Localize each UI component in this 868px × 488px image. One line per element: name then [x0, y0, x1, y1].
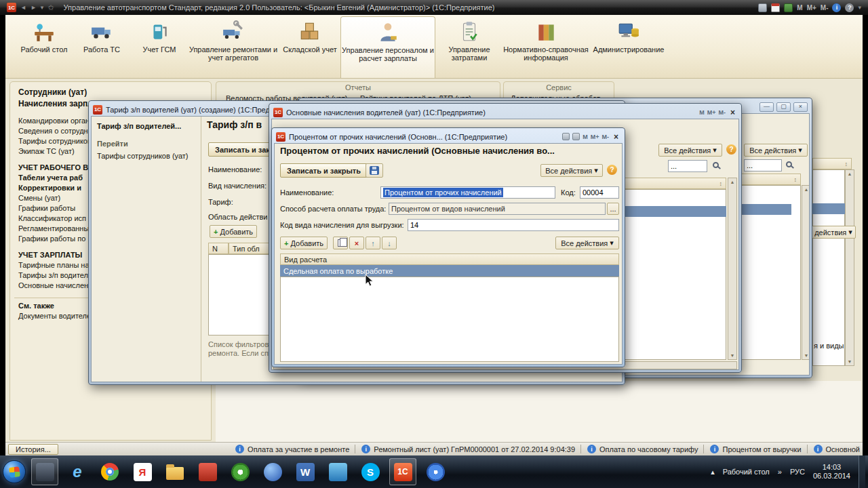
- start-button[interactable]: [3, 460, 26, 483]
- desktop-toolbar-label[interactable]: Рабочий стол: [723, 468, 770, 476]
- taskbar-icon-red-app[interactable]: [194, 458, 221, 485]
- window-osn-titlebar[interactable]: 1С Основные начисления водителей (уат) (…: [271, 106, 739, 119]
- scroll-down-icon[interactable]: ▼: [804, 353, 809, 358]
- help-icon[interactable]: ?: [726, 144, 736, 155]
- sort-icon[interactable]: ↕: [794, 176, 797, 183]
- taskbar-icon-internet-explorer[interactable]: e: [64, 458, 91, 485]
- taskbar-icon-green-flower[interactable]: [226, 458, 254, 485]
- search-icon[interactable]: [713, 162, 719, 168]
- taskbar-icon-monitor[interactable]: [324, 458, 351, 485]
- navpane-link-tarify[interactable]: Тарифы сотрудников (уат): [97, 152, 189, 160]
- delete-button[interactable]: ×: [349, 237, 364, 249]
- move-up-button[interactable]: ↑: [366, 237, 380, 249]
- tray-clock[interactable]: 14:03 06.03.2014: [813, 463, 850, 481]
- scroll-down-icon[interactable]: ▼: [730, 353, 735, 358]
- close-button[interactable]: ×: [612, 132, 620, 142]
- name-input[interactable]: Процентом от прочих начислений: [380, 186, 555, 199]
- memory-m-minus-button[interactable]: M-: [821, 4, 829, 12]
- calculator-icon[interactable]: [758, 3, 767, 12]
- status-message[interactable]: iПроцентом от выручки: [703, 445, 801, 453]
- memory-m-plus-button[interactable]: M+: [707, 109, 716, 116]
- window-icon[interactable]: [572, 133, 580, 140]
- osn-search-input[interactable]: ...: [668, 160, 707, 172]
- close-button[interactable]: ×: [728, 108, 737, 117]
- maximize-button[interactable]: ▢: [776, 102, 791, 112]
- memory-m-minus-button[interactable]: M-: [601, 134, 609, 140]
- memory-m-button[interactable]: M: [699, 109, 705, 116]
- nav-back-icon[interactable]: ◄: [20, 4, 26, 11]
- memory-m-button[interactable]: M: [797, 4, 802, 12]
- help-icon[interactable]: ?: [607, 165, 617, 175]
- save-close-button[interactable]: Записать и закрыть: [280, 163, 368, 178]
- export-code-input[interactable]: 14: [408, 219, 619, 231]
- sort-icon[interactable]: ↕: [845, 161, 848, 167]
- memory-m-button[interactable]: M: [583, 134, 588, 140]
- scroll-up-icon[interactable]: ▲: [730, 180, 735, 184]
- nav-history-dropdown-icon[interactable]: ▾: [41, 4, 44, 11]
- memory-m-minus-button[interactable]: M-: [718, 109, 726, 116]
- status-message[interactable]: iОсновной: [807, 445, 860, 453]
- favorites-star-icon[interactable]: ✩: [47, 3, 54, 12]
- status-message[interactable]: iОплата за участие в ремонте: [229, 445, 349, 453]
- bg-selected-row[interactable]: [812, 203, 845, 214]
- close-button[interactable]: ×: [793, 102, 808, 112]
- taskbar-icon-app-window[interactable]: [31, 458, 58, 485]
- taskbar-icon-chrome[interactable]: [96, 458, 123, 485]
- show-desktop-button[interactable]: [859, 455, 865, 488]
- table-all-actions-button[interactable]: Все действия▾: [555, 237, 619, 249]
- language-indicator[interactable]: РУС: [790, 468, 805, 476]
- minimize-button[interactable]: —: [760, 102, 774, 112]
- osn-vscrollbar[interactable]: ▲▼: [728, 178, 737, 360]
- nav-forward-icon[interactable]: ►: [31, 4, 37, 11]
- method-ellipsis-button[interactable]: ...: [607, 203, 619, 215]
- bg-vscrollbar[interactable]: ▲▼: [845, 169, 854, 366]
- sort-icon[interactable]: ↕: [719, 180, 723, 187]
- table-header-n[interactable]: N: [208, 243, 229, 254]
- navpane-root-item[interactable]: Тариф з/п водителей...: [97, 122, 181, 130]
- method-input[interactable]: Процентом от видов начислений: [389, 203, 606, 215]
- add-button[interactable]: +Добавить: [210, 225, 257, 238]
- taskbar-icon-1c[interactable]: 1С: [389, 458, 416, 485]
- taskbar-icon-folder[interactable]: [161, 458, 189, 485]
- taskbar-icon-blue-orb[interactable]: [259, 458, 286, 485]
- info-icon[interactable]: i: [832, 3, 841, 12]
- sidebar-item-sotrudniki[interactable]: Сотрудники (уат): [14, 87, 211, 98]
- ribbon-section-desktop[interactable]: Рабочий стол: [18, 20, 71, 54]
- ribbon-section-costs[interactable]: Управление затратами: [438, 20, 500, 62]
- window-icon[interactable]: [562, 133, 570, 140]
- ribbon-section-repairs[interactable]: Управление ремонтами и учет агрегатов: [189, 20, 278, 62]
- help-icon[interactable]: ?: [845, 3, 854, 12]
- ribbon-section-admin[interactable]: Администрирование: [591, 20, 666, 54]
- book-icon[interactable]: [784, 3, 793, 12]
- titlebar-more-icon[interactable]: ▾: [858, 4, 861, 11]
- calc-type-selected-row[interactable]: Сдельная оплата по выработке: [280, 265, 619, 277]
- ribbon-section-hr[interactable]: Управление персоналом и расчет зарплаты: [340, 16, 435, 78]
- save-button[interactable]: [366, 163, 383, 178]
- history-button[interactable]: История...: [8, 444, 58, 455]
- taskbar-icon-yandex[interactable]: Я: [129, 458, 156, 485]
- scroll-down-icon[interactable]: ▼: [848, 359, 852, 364]
- memory-m-plus-button[interactable]: M+: [807, 4, 816, 12]
- toolbar-chevrons-icon[interactable]: »: [778, 468, 782, 476]
- add-button[interactable]: +Добавить: [280, 237, 328, 249]
- osn-all-actions-button[interactable]: Все действия▾: [658, 144, 722, 157]
- status-message[interactable]: iОплата по часовому тарифу: [580, 445, 698, 453]
- ribbon-section-reference[interactable]: Нормативно-справочная информация: [503, 20, 589, 62]
- ribbon-section-vehicles[interactable]: Работа ТС: [73, 20, 130, 54]
- taskbar-icon-word[interactable]: W: [292, 458, 319, 485]
- taskbar-icon-blue-flower[interactable]: [422, 458, 449, 485]
- bgwin-selected-row[interactable]: [741, 204, 791, 215]
- bg-actions-button[interactable]: действия▾: [811, 226, 856, 239]
- bgwin-search-input[interactable]: ...: [744, 159, 782, 171]
- ribbon-section-fuel[interactable]: Учет ГСМ: [133, 20, 186, 54]
- taskbar-icon-skype[interactable]: S: [357, 458, 384, 485]
- bgwin-vscrollbar[interactable]: ▲▼: [802, 185, 810, 360]
- bgwin-all-actions-button[interactable]: Все действия▾: [744, 144, 808, 157]
- ribbon-section-warehouse[interactable]: Складской учет: [281, 20, 339, 54]
- memory-m-plus-button[interactable]: M+: [591, 134, 599, 140]
- scroll-up-icon[interactable]: ▲: [848, 171, 852, 176]
- calc-type-header[interactable]: Вид расчета: [280, 253, 619, 265]
- copy-button[interactable]: [333, 237, 348, 249]
- dialog-all-actions-button[interactable]: Все действия▾: [540, 164, 603, 177]
- code-input[interactable]: 00004: [580, 186, 619, 199]
